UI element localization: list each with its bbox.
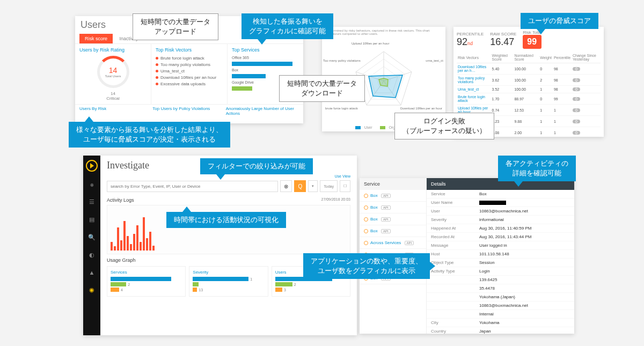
investigate-panel: ⎈ ☰ ▤ 🔍 ◐ ▲ ◉ Investigate Use View ⊗ Q ▾…: [83, 156, 357, 335]
callout-behavior-graphical: 検知した各振る舞いをグラフィカルに確認可能: [241, 13, 333, 39]
score-th: Normalized Score: [513, 52, 539, 63]
detail-row: MessageUser logged in: [427, 241, 574, 250]
callout-activity-time: 時間帯における活動状況の可視化: [166, 212, 286, 228]
detail-row: Object TypeSession: [427, 259, 574, 267]
score-row[interactable]: Too many policy violations3.62100.002980: [457, 75, 601, 86]
risk-legend: 14 Critical: [79, 91, 147, 101]
callout-activity-detail: 各アクティビティの詳細を確認可能: [498, 156, 576, 181]
activity-title: Activity Logs: [107, 197, 134, 203]
sublink[interactable]: Top Users by Policy Violations: [152, 106, 225, 116]
sublink[interactable]: Anomalously Large Number of User Actions: [226, 106, 299, 116]
eye-icon[interactable]: ◉: [89, 286, 94, 293]
api-badge: API: [381, 194, 391, 198]
callout-filter: フィルターでの絞り込みが可能: [200, 158, 313, 174]
percentile-label: PERCENTILE: [457, 32, 484, 36]
callout-threat-score: ユーザの脅威スコア: [521, 13, 598, 29]
risk-donut-count: 14: [109, 66, 118, 75]
globe-icon[interactable]: ◐: [89, 252, 94, 259]
investigate-searchbar: ⊗ Q ▾ Today ☐: [107, 180, 350, 192]
logo-icon[interactable]: [86, 160, 98, 172]
service-icon: [364, 229, 368, 233]
vector-item[interactable]: Download 10files per an hour: [156, 75, 223, 80]
detail-row: ServiceBox: [427, 190, 574, 198]
score-row[interactable]: Download 10files per an h…5.40100.000980: [457, 63, 601, 75]
callout-upload: 短時間での大量データアップロード: [133, 13, 218, 40]
service-icon: [364, 205, 368, 210]
service-name: Box: [232, 68, 299, 72]
investigate-link[interactable]: Use View: [107, 174, 350, 178]
date-button[interactable]: Today: [320, 180, 338, 192]
service-name: Office 365: [232, 56, 299, 60]
detail-row: Happened AtAug 30, 2016, 11:40:59 PM: [427, 224, 574, 233]
risk-donut: 14 Total Users: [97, 56, 129, 88]
detail-row: 139.6425: [427, 276, 574, 284]
score-th: Weight: [539, 52, 553, 63]
detail-row: Host101.110.58.148: [427, 250, 574, 259]
service-list-item[interactable]: Box API: [360, 190, 426, 202]
vector-item[interactable]: Brute force login attack: [156, 56, 223, 61]
callout-app-graphical: アプリケーションの数や、重要度、ユーザ数をグラフィカルに表示: [303, 253, 430, 279]
score-th: Weighted Score: [491, 52, 514, 63]
search-icon[interactable]: 🔍: [88, 234, 96, 241]
mini-chart: Severity113: [189, 266, 268, 297]
col-topservices-title: Top Services: [232, 47, 299, 53]
service-list-header: Service: [360, 178, 426, 190]
settings-icon[interactable]: ▲: [89, 269, 95, 276]
grid-icon[interactable]: ▤: [89, 216, 94, 223]
callout-download: 短時間での大量データダウンロード: [279, 75, 365, 102]
calendar-button[interactable]: ☐: [340, 180, 350, 192]
score-th: Change Since Yesterday: [572, 52, 601, 63]
radar-desc: determined by risky behaviors, captured …: [322, 27, 445, 38]
search-input[interactable]: [107, 181, 278, 192]
risktotal-badge: 99: [523, 35, 541, 49]
investigate-sidebar: ⎈ ☰ ▤ 🔍 ◐ ▲ ◉: [83, 156, 100, 335]
rawscore-label: RAW SCORE: [490, 32, 516, 36]
score-row[interactable]: Brute force login attack1.7088.970990: [457, 93, 601, 105]
detail-row: User Name: [427, 198, 574, 207]
detail-row: 35.4478: [427, 284, 574, 293]
detail-row: Recorded AtAug 30, 2016, 11:43:44 PM: [427, 233, 574, 241]
vector-item[interactable]: Too many policy violations: [156, 62, 223, 67]
service-list-item[interactable]: Across Services API: [360, 237, 426, 249]
service-list-item[interactable]: Box API: [360, 225, 426, 237]
rawscore-value: 16.47: [490, 36, 516, 48]
activity-date: 27/09/2018 20:03: [321, 197, 351, 203]
score-row[interactable]: Uma_test_ct3.52100.001980: [457, 86, 601, 93]
users-sublinks: Users By Risk Top Users by Policy Violat…: [75, 104, 303, 117]
col-riskvectors-title: Top Risk Vectors: [156, 47, 223, 53]
detail-row: Activity TypeLogin: [427, 267, 574, 276]
vector-item[interactable]: Uma_test_ct: [156, 69, 223, 73]
service-list-item[interactable]: Box API: [360, 202, 426, 214]
api-badge: API: [381, 229, 391, 233]
list-icon[interactable]: ☰: [89, 198, 94, 205]
score-th: Percentile: [553, 52, 572, 63]
detail-row: CountryJapan: [427, 327, 574, 334]
risk-donut-label: Total Users: [105, 75, 121, 78]
callout-bruteforce: ログイン失敗（ブルーフォースの疑い）: [394, 113, 494, 139]
score-th: Risk Vectors: [457, 52, 491, 63]
detail-row: CityYokohama: [427, 319, 574, 327]
service-icon: [364, 241, 368, 245]
filter-button[interactable]: ▾: [308, 180, 318, 192]
service-icon: [364, 194, 368, 198]
api-badge: API: [381, 205, 391, 210]
detail-row: Internal: [427, 310, 574, 319]
tab-riskscore[interactable]: Risk score: [79, 34, 113, 43]
callout-score-explain: 様々な要素から振る舞いを分析した結果より、ユーザ毎に脅威スコアが決定・表示される: [69, 122, 230, 148]
service-list-item[interactable]: Box API: [360, 214, 426, 225]
vector-item[interactable]: Excessive data uploads: [156, 82, 223, 86]
mini-chart: Services24: [107, 266, 186, 297]
col-risk-rating-title: Users by Risk Rating: [79, 47, 147, 53]
detail-row: Severityinformational: [427, 216, 574, 224]
clear-button[interactable]: ⊗: [280, 180, 292, 192]
lock-icon[interactable]: ⎈: [90, 181, 94, 188]
detail-row: User10863@boxmachnica.net: [427, 207, 574, 216]
api-badge: API: [405, 241, 414, 245]
search-button[interactable]: Q: [294, 180, 306, 192]
detail-row: 10863@boxmachnica.net: [427, 301, 574, 310]
detail-row: Yokohama (Japan): [427, 293, 574, 301]
sublink[interactable]: Users By Risk: [79, 106, 152, 116]
api-badge: API: [381, 217, 391, 222]
svg-marker-10: [379, 78, 388, 86]
service-icon: [364, 217, 368, 222]
